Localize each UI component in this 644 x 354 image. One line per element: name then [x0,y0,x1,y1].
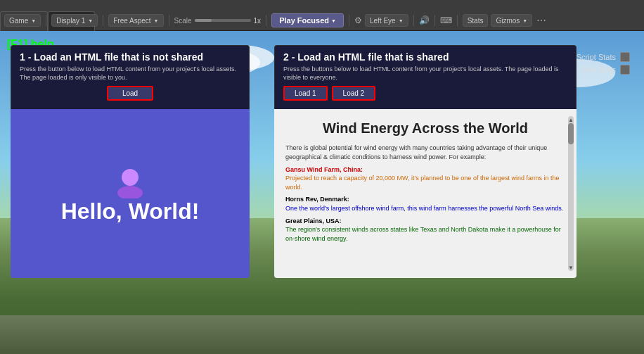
gizmos-label: Gizmos [496,17,520,25]
avatar-container: Hello, World! [61,163,200,225]
left-eye-dropdown[interactable]: Left Eye [365,14,408,27]
left-eye-label: Left Eye [370,17,396,25]
play-focused-dropdown-icon: ▼ [331,18,336,23]
card-right-btns: Load 1 Load 2 [283,86,567,105]
game-dropdown-label: Game [9,17,28,25]
settings-icon[interactable]: ⚙ [354,15,362,25]
load1-button[interactable]: Load 1 [283,86,328,101]
play-focused-label: Play Focused [279,16,329,25]
game-dropdown[interactable]: Game [4,14,41,27]
avatar-icon [112,163,148,198]
load-button[interactable]: Load [107,86,153,101]
stats-label: Stats [468,17,484,25]
script-stats-toggle[interactable] [620,52,630,62]
perf-stats-item: Perf Stats [577,65,630,75]
scale-slider[interactable] [195,19,251,22]
svg-point-0 [122,169,139,186]
aspect-label: Free Aspect [113,17,150,25]
article-body: There is global potential for wind energ… [285,144,565,243]
svg-point-1 [117,186,143,198]
card-right-title: 2 - Load an HTML file that is shared [283,51,567,63]
card-left-content: Hello, World! [11,109,250,278]
separator-5 [349,15,349,26]
separator-6 [413,15,414,26]
scale-fill [195,19,212,22]
game-view: [F1] help Script Stats Perf Stats 1 - Lo… [0,31,644,354]
aspect-dropdown[interactable]: Free Aspect [108,14,163,27]
card-right-header: 2 - Load an HTML file that is shared Pre… [274,45,577,109]
card-right-description: Press the buttons below to load HTML con… [283,65,567,82]
volume-icon[interactable]: 🔊 [419,15,430,25]
separator-3 [169,15,169,26]
card-left-header: 1 - Load an HTML file that is not shared… [11,45,250,109]
card-left-description: Press the button below to load HTML cont… [20,65,240,82]
card-left-title: 1 - Load an HTML file that is not shared [20,51,240,63]
more-icon[interactable]: ⋯ [536,15,546,26]
section1-text: Projected to reach a capacity of 20,000 … [285,175,559,191]
scrollbar-thumb[interactable] [568,123,574,144]
scrollbar-down-arrow[interactable]: ▼ [568,264,574,271]
display-dropdown[interactable]: Display 1 [51,14,98,27]
section3: Great Plains, USA: The region's consiste… [285,217,565,244]
toolbar: 🎬 Scene 🎮 Game Game Display 1 Free Aspec… [0,0,644,31]
separator-2 [103,15,103,26]
script-stats-item: Script Stats [577,52,630,62]
card-right-content: Wind Energy Across the World There is gl… [274,109,577,278]
scale-label: Scale [174,17,192,25]
keyboard-icon[interactable]: ⌨ [440,15,452,25]
separator-4 [266,15,266,26]
gizmos-dropdown[interactable]: Gizmos [491,14,532,27]
separator-1 [46,15,46,26]
card-left: 1 - Load an HTML file that is not shared… [11,45,250,278]
card-right: 2 - Load an HTML file that is shared Pre… [274,45,577,278]
article-title: Wind Energy Across the World [285,120,565,137]
scale-value: 1x [254,17,262,25]
script-stats-label: Script Stats [577,53,616,61]
stats-button[interactable]: Stats [463,14,489,27]
separator-8 [457,15,458,26]
perf-stats-toggle[interactable] [620,65,630,75]
section2-text: One the world's largest offshore wind fa… [285,205,563,212]
scrollbar[interactable]: ▲ ▼ [568,116,574,271]
section2-title: Horns Rev, Denmark: [285,196,349,203]
section3-title: Great Plains, USA: [285,217,342,225]
separator-7 [434,15,435,26]
hello-world-text: Hello, World! [61,198,200,225]
section1-title: Gansu Wind Farm, China: [285,166,363,173]
load2-button[interactable]: Load 2 [332,86,376,101]
display-label: Display 1 [56,17,85,25]
ground-floor [0,315,644,354]
play-focused-button[interactable]: Play Focused ▼ [271,13,344,27]
section3-text: The region's consistent winds across sta… [285,226,561,242]
section1: Gansu Wind Farm, China: Projected to rea… [285,165,565,192]
stats-panel: Script Stats Perf Stats [577,52,630,75]
card-left-btn-container: Load [20,86,240,105]
section2: Horns Rev, Denmark: One the world's larg… [285,195,565,213]
perf-stats-label: Perf Stats [582,65,616,74]
scrollbar-up-arrow[interactable]: ▲ [568,116,574,123]
article-intro: There is global potential for wind energ… [285,144,565,161]
